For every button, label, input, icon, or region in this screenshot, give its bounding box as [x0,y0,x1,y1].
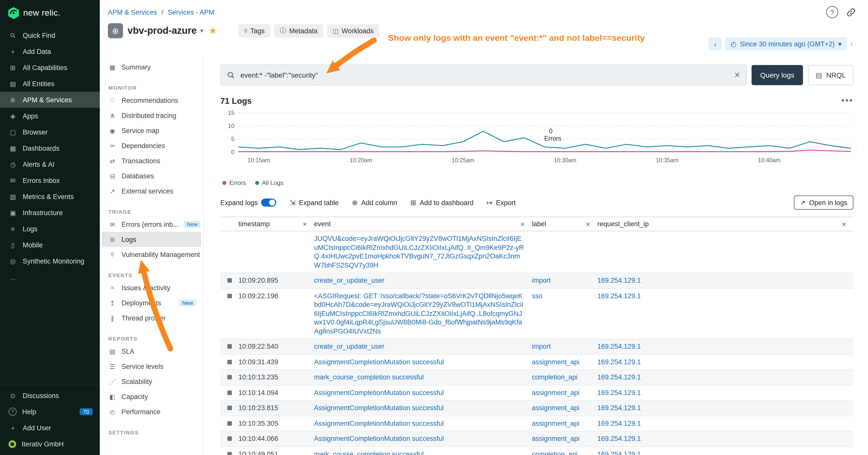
row-select-checkbox[interactable] [227,293,231,298]
label-link[interactable]: assignment_api [532,389,580,396]
event-link[interactable]: JUQVU&code=eyJraWQiOiJjcGltY29yZV8wOTl1M… [314,235,524,269]
label-link[interactable]: completion_api [532,373,578,381]
clear-query-icon[interactable]: × [735,69,740,80]
subnav-item-errors-errors-inb[interactable]: ✉Errors (errors inb...New [102,217,201,232]
time-back-button[interactable]: ‹ [709,37,722,51]
sidebar-item-all-entities[interactable]: ▤All Entities [0,75,100,92]
subnav-item-deployments[interactable]: ↥DeploymentsNew [102,295,201,311]
row-select-checkbox[interactable] [227,436,231,441]
export-button[interactable]: ↦ Export [487,198,516,206]
expand-logs-toggle[interactable] [261,198,277,206]
nrql-button[interactable]: ▤ NRQL [808,65,854,85]
subnav-item-transactions[interactable]: ⇄Transactions [102,153,201,168]
remove-event-column-icon[interactable]: × [520,220,525,228]
sidebar-item-mobile[interactable]: ▯Mobile [0,237,100,253]
new-relic-logo[interactable]: new relic. [0,0,100,27]
event-link[interactable]: AssignmentCompletionMutation successful [314,435,444,443]
sidebar-item-discussions[interactable]: ⊙Discussions [0,388,100,403]
entity-switcher-caret-icon[interactable]: ▾ [200,27,204,34]
label-link[interactable]: assignment_api [532,358,580,365]
subnav-item-recommendations[interactable]: ♡Recommendations [102,93,201,108]
event-link[interactable]: AssignmentCompletionMutation successful [314,389,444,396]
table-row[interactable]: 10:09:31.439AssignmentCompletionMutation… [220,355,854,370]
subnav-item-scalability[interactable]: ⋰Scalability [102,374,201,389]
request-client-ip-link[interactable]: 169.254.129.1 [597,292,641,299]
sidebar-item-add-data[interactable]: +Add Data [0,43,100,60]
time-forward-button[interactable]: › [850,39,853,48]
subnav-item-databases[interactable]: ⊟Databases [102,168,201,184]
event-link[interactable]: mark_course_completion successful [314,450,424,455]
event-link[interactable]: mark_course_completion successful [314,373,424,381]
sidebar-item-quick-find[interactable]: ⚲Quick Find [0,27,100,43]
help-icon[interactable]: ? [826,6,838,18]
event-link[interactable]: AssignmentCompletionMutation successful [314,404,444,412]
sidebar-item-logs[interactable]: ≡Logs [0,221,100,237]
remove-label-column-icon[interactable]: × [586,220,590,228]
sidebar-item-apm-services[interactable]: ⊕APM & Services [0,92,100,108]
add-to-dashboard-button[interactable]: ⊞ Add to dashboard [410,198,473,206]
label-link[interactable]: import [532,277,551,284]
request-client-ip-link[interactable]: 169.254.129.1 [597,404,641,412]
row-select-checkbox[interactable] [227,405,231,410]
event-link[interactable]: AssignmentCompletionMutation successful [314,420,444,427]
subnav-item-service-levels[interactable]: ☰Service levels [102,359,201,374]
subnav-item-vulnerability-management[interactable]: ◊Vulnerability Management [102,247,201,262]
sidebar-item-alerts-ai[interactable]: ◷Alerts & AI [0,156,100,172]
query-logs-button[interactable]: Query logs [751,65,803,85]
label-link[interactable]: assignment_api [532,404,580,412]
label-link[interactable]: import [532,343,551,350]
metadata-button[interactable]: ⓘ Metadata [274,24,323,37]
table-row[interactable]: 10:09:22.540create_or_update_userimport1… [220,339,854,355]
subnav-item-performance[interactable]: ◴Performance [102,404,201,419]
event-link[interactable]: <ASGIRequest: GET '/sso/callback/?state=… [314,292,524,335]
table-row[interactable]: 10:10:23.815AssignmentCompletionMutation… [220,400,854,416]
table-row[interactable]: 10:10:14.094AssignmentCompletionMutation… [220,385,854,400]
table-row[interactable]: 10:10:49.051mark_course_completion succe… [220,447,854,455]
request-client-ip-link[interactable]: 169.254.129.1 [597,277,641,284]
event-link[interactable]: AssignmentCompletionMutation successful [314,358,444,365]
subnav-item-distributed-tracing[interactable]: ⋔Distributed tracing [102,108,201,123]
sidebar-item-infrastructure[interactable]: ▣Infrastructure [0,204,100,221]
label-link[interactable]: assignment_api [532,435,580,443]
request-client-ip-link[interactable]: 169.254.129.1 [597,343,641,350]
subnav-item-capacity[interactable]: ◧Capacity [102,389,201,404]
breadcrumb-services-apm[interactable]: Services - APM [168,8,215,16]
row-select-checkbox[interactable] [227,421,231,425]
request-client-ip-link[interactable]: 169.254.129.1 [597,358,641,365]
subnav-item-summary[interactable]: ▦Summary [102,60,201,74]
time-range-button[interactable]: ◴ Since 30 minutes ago (GMT+2) ▾ [725,37,847,51]
sidebar-item-synthetic-monitoring[interactable]: ◎Synthetic Monitoring [0,253,100,269]
tags-button[interactable]: ◊ Tags [239,24,270,37]
legend-errors[interactable]: Errors [222,180,246,187]
event-link[interactable]: create_or_update_user [314,277,384,284]
request-client-ip-link[interactable]: 169.254.129.1 [597,450,641,455]
label-link[interactable]: completion_api [532,450,578,455]
table-row[interactable]: 10:10:44.066AssignmentCompletionMutation… [220,431,854,447]
event-link[interactable]: create_or_update_user [314,343,384,350]
remove-timestamp-column-icon[interactable]: × [303,220,307,228]
table-row[interactable]: 10:09:20.895create_or_update_userimport1… [220,273,854,289]
request-client-ip-link[interactable]: 169.254.129.1 [597,420,641,427]
favorite-star-icon[interactable]: ★ [209,25,217,36]
row-select-checkbox[interactable] [227,278,231,283]
subnav-item-issues-activity[interactable]: ≈Issues & activity [102,280,201,295]
table-row[interactable]: JUQVU&code=eyJraWQiOiJjcGltY29yZV8wOTl1M… [220,231,854,273]
subnav-item-sla[interactable]: ▤SLA [102,344,201,359]
request-client-ip-link[interactable]: 169.254.129.1 [597,435,641,443]
legend-all-logs[interactable]: All Logs [255,180,283,187]
add-column-button[interactable]: ⊕ Add column [352,198,397,206]
row-select-checkbox[interactable] [227,390,231,395]
remove-request-client-ip-column-icon[interactable]: × [842,220,846,228]
sidebar-item-apps[interactable]: ◈Apps [0,108,100,124]
row-select-checkbox[interactable] [227,344,231,349]
row-select-checkbox[interactable] [227,359,231,364]
open-in-logs-button[interactable]: ↗ Open in logs [794,195,854,209]
sidebar-item-add-user[interactable]: +Add User [0,420,100,436]
sidebar-item-errors-inbox[interactable]: ✉Errors Inbox [0,172,100,189]
sidebar-item-browser[interactable]: ▢Browser [0,124,100,140]
label-link[interactable]: sso [532,292,542,299]
row-select-checkbox[interactable] [227,375,231,380]
request-client-ip-link[interactable]: 169.254.129.1 [597,373,641,381]
sidebar-item-all-capabilities[interactable]: ⊞All Capabilities [0,60,100,75]
log-query-input[interactable] [240,70,730,79]
